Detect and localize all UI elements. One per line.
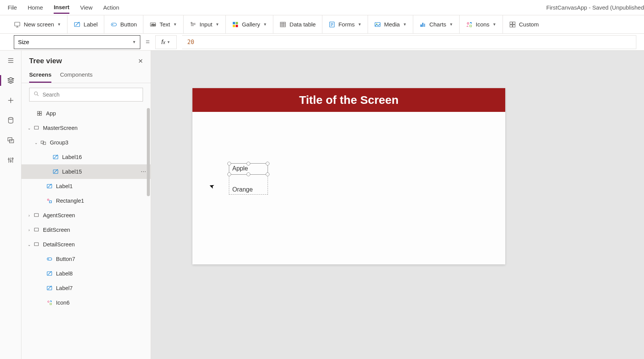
tree-item-label7[interactable]: ▾Label7	[21, 281, 151, 295]
forms-button[interactable]: Forms ▼	[322, 15, 368, 33]
resize-handle[interactable]	[227, 162, 231, 166]
tree-item-button7[interactable]: ▾Button7	[21, 252, 151, 266]
tab-screens[interactable]: Screens	[29, 68, 51, 83]
tree-item-label: App	[46, 110, 56, 116]
screens-icon[interactable]	[6, 136, 15, 145]
resize-handle[interactable]	[227, 172, 231, 176]
label-orange[interactable]: Orange	[232, 186, 253, 193]
data-table-button[interactable]: Data table	[273, 15, 322, 33]
tree-view-icon[interactable]	[6, 76, 15, 85]
menu-view[interactable]: View	[80, 2, 92, 13]
chevron-down-icon: ▼	[57, 22, 61, 26]
search-input[interactable]	[43, 92, 139, 98]
tree-item-agentscreen[interactable]: ›AgentScreen	[21, 208, 151, 223]
tree-list: ▾ App ⌄MasterScreen⌄Group3▾Label16▾Label…	[21, 105, 151, 359]
close-icon[interactable]: ✕	[138, 57, 143, 65]
charts-button[interactable]: Charts ▼	[413, 15, 460, 33]
svg-rect-16	[281, 22, 286, 27]
gallery-icon	[232, 21, 239, 28]
gallery-button[interactable]: Gallery ▼	[226, 15, 273, 33]
svg-point-48	[10, 161, 11, 162]
more-icon[interactable]: ⋯	[141, 169, 146, 175]
rect-icon	[46, 197, 53, 204]
tree-item-label1[interactable]: ▾Label1	[21, 179, 151, 193]
artboard[interactable]: Title of the Screen Orange Apple	[192, 88, 505, 264]
label-icon	[46, 285, 53, 292]
database-icon[interactable]	[6, 116, 15, 125]
icons-button[interactable]: Icons ▼	[460, 15, 503, 33]
screen-title-bar[interactable]: Title of the Screen	[192, 88, 505, 112]
svg-point-49	[12, 158, 13, 159]
svg-point-62	[48, 199, 49, 200]
formula-input[interactable]	[187, 39, 631, 46]
app-icon	[36, 110, 43, 117]
tree-item-group3[interactable]: ⌄Group3	[21, 135, 151, 150]
resize-handle[interactable]	[266, 162, 269, 166]
chevron-right-icon[interactable]: ›	[25, 213, 33, 218]
chevron-down-icon[interactable]: ⌄	[25, 243, 33, 247]
scrollbar-thumb[interactable]	[147, 108, 150, 196]
svg-rect-0	[15, 22, 20, 26]
label-button[interactable]: Label	[67, 15, 104, 33]
button-button[interactable]: Button	[104, 15, 143, 33]
tree-item-label15[interactable]: ▾Label15⋯	[21, 164, 151, 179]
chevron-down-icon[interactable]: ⌄	[25, 126, 33, 130]
tree-app[interactable]: ▾ App	[21, 106, 151, 121]
tree-panel: Tree view ✕ Screens Components ▾ App ⌄Ma…	[21, 51, 151, 359]
canvas[interactable]: Title of the Screen Orange Apple ➤	[151, 51, 644, 359]
svg-point-11	[191, 22, 192, 23]
tree-item-label8[interactable]: ▾Label8	[21, 266, 151, 281]
tree-item-detailscreen[interactable]: ⌄DetailScreen	[21, 237, 151, 252]
media-icon	[374, 21, 381, 28]
property-input[interactable]	[18, 39, 132, 45]
hamburger-icon[interactable]	[6, 56, 15, 65]
property-dropdown[interactable]: ▼	[14, 35, 140, 49]
tree-item-rectangle1[interactable]: ▾Rectangle1	[21, 193, 151, 208]
svg-point-47	[8, 159, 9, 160]
tree-item-label: MasterScreen	[43, 125, 77, 131]
charts-icon	[419, 21, 426, 28]
forms-icon	[329, 21, 335, 28]
label-apple[interactable]: Apple	[232, 165, 248, 172]
add-icon[interactable]	[6, 96, 15, 105]
menu-action[interactable]: Action	[103, 2, 119, 13]
settings-icon[interactable]	[6, 156, 15, 165]
tree-item-editscreen[interactable]: ›EditScreen	[21, 223, 151, 237]
chevron-down-icon: ▼	[132, 40, 136, 44]
menu-bar: File Home Insert View Action FirstCanvas…	[0, 0, 644, 15]
icons-icon	[466, 21, 473, 28]
media-button[interactable]: Media ▼	[368, 15, 413, 33]
chevron-right-icon[interactable]: ›	[25, 228, 33, 232]
search-icon	[33, 91, 39, 98]
table-icon	[279, 21, 286, 28]
button-icon	[46, 256, 53, 262]
formula-input-wrap[interactable]	[182, 35, 636, 49]
menu-file[interactable]: File	[8, 2, 17, 13]
tree-item-label16[interactable]: ▾Label16	[21, 150, 151, 164]
label15-selection[interactable]: Apple	[229, 163, 268, 175]
tree-item-icon6[interactable]: ▾Icon6	[21, 295, 151, 310]
charts-label: Charts	[429, 21, 446, 28]
svg-rect-67	[47, 258, 52, 261]
menu-home[interactable]: Home	[28, 2, 43, 13]
svg-rect-32	[510, 22, 512, 24]
resize-handle[interactable]	[266, 172, 269, 176]
tree-item-masterscreen[interactable]: ⌄MasterScreen	[21, 121, 151, 135]
resize-handle[interactable]	[246, 172, 250, 176]
new-screen-button[interactable]: New screen ▼	[8, 15, 67, 33]
chevron-down-icon[interactable]: ⌄	[32, 141, 40, 145]
search-box[interactable]	[29, 88, 143, 102]
svg-rect-13	[236, 22, 238, 24]
tree-item-label: Label16	[62, 154, 82, 160]
custom-button[interactable]: Custom	[503, 15, 545, 33]
resize-handle[interactable]	[246, 162, 250, 166]
text-button[interactable]: Abc Text ▼	[143, 15, 183, 33]
input-button[interactable]: Input ▼	[184, 15, 226, 33]
forms-label: Forms	[338, 21, 355, 28]
menu-insert[interactable]: Insert	[54, 2, 69, 14]
svg-rect-52	[38, 111, 39, 113]
custom-icon	[509, 21, 516, 28]
tab-components[interactable]: Components	[60, 68, 92, 83]
fx-button[interactable]: fx ▼	[155, 35, 177, 49]
chevron-down-icon: ▼	[173, 22, 177, 26]
